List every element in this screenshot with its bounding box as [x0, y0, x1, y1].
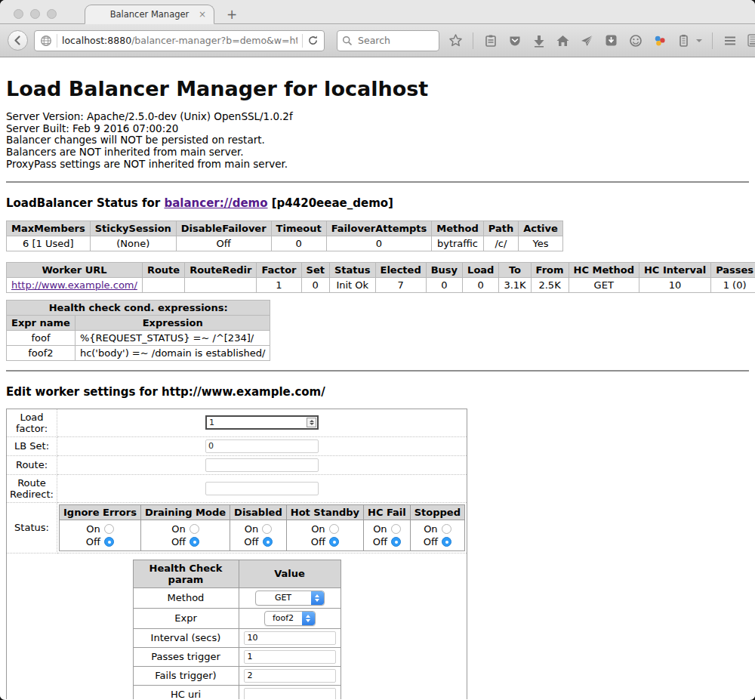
hc-passes-input[interactable] [244, 650, 336, 664]
balancer-header-row: MaxMembers StickySession DisableFailover… [7, 220, 563, 236]
disabled-off-radio[interactable] [263, 537, 273, 547]
col-worker-url: Worker URL [7, 262, 143, 277]
cell-to: 3.1K [499, 277, 531, 292]
url-text[interactable]: localhost:8880/balancer-manager?b=demo&w… [62, 35, 297, 46]
hc-method-row: Method GET [133, 587, 341, 608]
hc-fail-off-radio[interactable] [391, 537, 401, 547]
lb-set-label: LB Set: [7, 436, 57, 455]
save-to-device-icon[interactable] [604, 33, 618, 48]
hc-expr-row-foof2: foof2 hc('body') =~ /domain is establish… [7, 345, 270, 360]
new-tab-button[interactable]: + [226, 8, 237, 21]
hc-method-select[interactable]: GET [255, 591, 325, 606]
col-hc-value: Value [239, 560, 341, 587]
search-bar[interactable] [337, 30, 439, 51]
ignore-errors-on-label: On [86, 523, 100, 535]
menu-hamburger-icon[interactable] [723, 33, 737, 48]
pocket-icon[interactable] [507, 33, 522, 48]
browser-toolbar: localhost:8880/balancer-manager?b=demo&w… [0, 24, 755, 57]
hello-icon[interactable] [652, 33, 667, 48]
lb-status-heading: LoadBalancer Status for balancer://demo … [6, 196, 749, 210]
url-bar[interactable]: localhost:8880/balancer-manager?b=demo&w… [34, 30, 325, 51]
worker-url-link[interactable]: http://www.example.com/ [11, 279, 137, 291]
hc-fail-on-label: On [373, 523, 387, 535]
hc-expressions-table: Health check cond. expressions: Expr nam… [6, 300, 270, 361]
hc-passes-row: Passes trigger [133, 647, 341, 666]
reload-icon[interactable] [307, 35, 319, 46]
cell-passes: 1 (0) [711, 277, 755, 292]
stopped-on-radio[interactable] [442, 524, 451, 534]
hc-params-header-row: Health Check param Value [133, 560, 341, 587]
worker-table: Worker URL Route RouteRedir Factor Set S… [6, 262, 755, 293]
back-button[interactable] [8, 30, 28, 51]
home-icon[interactable] [556, 33, 570, 48]
hot-standby-on-radio[interactable] [329, 524, 339, 534]
hc-fail-on-radio[interactable] [391, 524, 401, 534]
sidebar-caret-down-icon[interactable] [696, 39, 702, 42]
draining-mode-off-radio[interactable] [190, 537, 199, 547]
hc-interval-input[interactable] [244, 631, 336, 645]
reading-list-icon[interactable] [483, 33, 498, 48]
server-info: Server Version: Apache/2.5.0-dev (Unix) … [6, 111, 749, 171]
draining-mode-on-radio[interactable] [190, 524, 199, 534]
hot-standby-on-label: On [311, 523, 325, 535]
route-redirect-input[interactable] [205, 482, 319, 495]
draining-mode-on-label: On [171, 523, 185, 535]
hc-fails-input[interactable] [244, 669, 336, 683]
close-window-button[interactable] [14, 9, 23, 19]
status-row: Status: Ignore Errors Draining Mode Disa… [7, 502, 467, 553]
search-input[interactable] [356, 34, 424, 47]
col-from: From [531, 262, 569, 277]
route-input[interactable] [205, 458, 319, 472]
hc-expr-select[interactable]: foof2 [264, 611, 316, 626]
hc-fail-off-label: Off [373, 536, 387, 547]
health-check-params-table: Health Check param Value Method GET [133, 560, 341, 699]
balancer-demo-link[interactable]: balancer://demo [164, 196, 267, 210]
stopped-on-label: On [424, 523, 437, 535]
proxypass-inherit-line: ProxyPass settings are NOT inherited fro… [6, 159, 749, 171]
bookmark-star-icon[interactable] [448, 33, 463, 48]
cell-path: /c/ [483, 236, 518, 251]
hc-expr-row-foof: foof %{REQUEST_STATUS} =~ /^[234]/ [7, 330, 270, 345]
hot-standby-off-radio[interactable] [329, 537, 339, 547]
search-icon [342, 35, 353, 46]
disabled-on-radio[interactable] [262, 524, 272, 534]
downloads-icon[interactable] [532, 33, 546, 48]
browser-tab[interactable]: Balancer Manager × [85, 5, 214, 24]
minimize-window-button[interactable] [30, 9, 40, 19]
col-disabled: Disabled [230, 504, 287, 520]
cell-disablefailover: Off [176, 236, 271, 251]
ignore-errors-on-radio[interactable] [104, 524, 114, 534]
keyboard-grid-icon[interactable] [747, 33, 755, 48]
expr-value-foof: %{REQUEST_STATUS} =~ /^[234]/ [75, 330, 270, 345]
cell-active: Yes [519, 236, 563, 251]
hc-fails-label: Fails trigger) [133, 666, 239, 685]
col-hc-fail: HC Fail [364, 504, 411, 520]
hc-uri-input[interactable] [244, 688, 336, 699]
feedback-smiley-icon[interactable] [628, 33, 643, 48]
col-load: Load [463, 262, 499, 277]
cell-from: 2.5K [531, 277, 569, 292]
share-icon[interactable] [580, 33, 594, 48]
tab-close-icon[interactable]: × [199, 9, 206, 20]
status-header-row: Ignore Errors Draining Mode Disabled Hot… [60, 504, 465, 520]
route-label: Route: [7, 455, 57, 474]
hc-interval-label: Interval (secs) [133, 628, 239, 647]
number-spinner-icon[interactable] [307, 418, 316, 427]
toolbar-icons [448, 32, 755, 49]
cell-load: 0 [463, 277, 499, 292]
col-hc-param: Health Check param [133, 560, 239, 587]
lb-set-input[interactable] [205, 439, 319, 453]
load-factor-input[interactable] [205, 415, 319, 430]
hc-interval-row: Interval (secs) [133, 628, 341, 647]
stopped-off-radio[interactable] [442, 537, 451, 547]
ignore-errors-off-radio[interactable] [104, 537, 114, 547]
hc-method-label: Method [133, 587, 239, 608]
persist-warning-line: Balancer changes will NOT be persisted o… [6, 134, 749, 146]
disabled-off-label: Off [244, 536, 258, 547]
server-version-line: Server Version: Apache/2.5.0-dev (Unix) … [6, 111, 749, 123]
cell-timeout: 0 [271, 236, 326, 251]
col-set: Set [301, 262, 329, 277]
col-route: Route [142, 262, 184, 277]
zoom-window-button[interactable] [47, 9, 57, 19]
sidebar-panel-icon[interactable] [676, 33, 691, 48]
